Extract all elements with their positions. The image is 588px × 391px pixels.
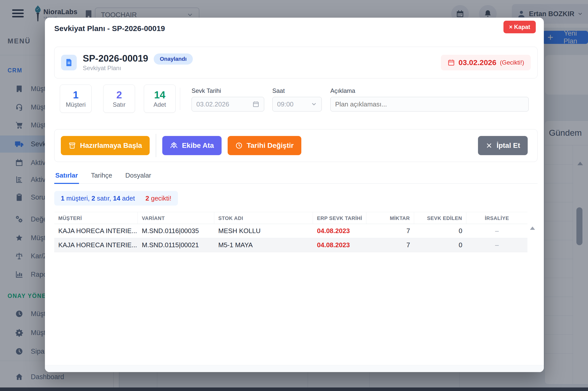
ekibe-ata-button[interactable]: Ekibe Ata bbox=[162, 136, 222, 155]
archive-box-icon bbox=[68, 142, 76, 149]
col-musteri: MÜŞTERİ bbox=[54, 212, 138, 224]
summary-chip: 1 müşteri, 2 satır, 14 adet 2 gecikti! bbox=[54, 191, 178, 206]
col-stok-adi: STOK ADI bbox=[214, 212, 313, 224]
modal-footer bbox=[45, 365, 544, 372]
app-screen: NioraLabs YAZILIM TOOCHAIR bbox=[0, 0, 588, 391]
close-button[interactable]: × Kapat bbox=[503, 21, 536, 33]
due-date: 03.02.2026 bbox=[459, 58, 496, 67]
divider bbox=[180, 88, 180, 110]
tab-bar: Satırlar Tarihçe Dosyalar bbox=[54, 169, 538, 184]
col-sevk-edilen: SEVK EDİLEN bbox=[414, 212, 466, 224]
sevk-tarihi-input[interactable] bbox=[192, 97, 264, 111]
chevron-down-icon bbox=[311, 101, 317, 107]
table-row[interactable]: KAJA HORECA INTERIE... M.SND.0115|00021 … bbox=[54, 238, 527, 252]
due-note: (Gecikti!) bbox=[500, 59, 524, 66]
calendar-icon bbox=[447, 59, 455, 66]
calendar-icon bbox=[252, 101, 259, 108]
sevk-tarihi-label: Sevk Tarihi bbox=[192, 87, 221, 94]
modal-title: Sevkiyat Planı - SP-2026-00019 bbox=[54, 24, 165, 33]
sevkiyat-plan-modal: Sevkiyat Planı - SP-2026-00019 × Kapat S… bbox=[45, 18, 544, 372]
aciklama-label: Açıklama bbox=[330, 87, 355, 94]
actions-toolbar: Hazırlamaya Başla Ekibe Ata Tarihi Değiş… bbox=[54, 129, 538, 162]
saat-select[interactable]: 09:00 bbox=[272, 97, 322, 111]
saat-label: Saat bbox=[272, 87, 285, 94]
saat-value: 09:00 bbox=[277, 100, 311, 108]
table-scrollbar-up-arrow[interactable] bbox=[530, 227, 535, 230]
sevk-tarihi-value[interactable] bbox=[196, 100, 252, 108]
hazirlamaya-basla-button[interactable]: Hazırlamaya Başla bbox=[61, 136, 150, 155]
table-row[interactable]: KAJA HORECA INTERIE... M.SND.0116|00035 … bbox=[54, 224, 527, 238]
aciklama-field[interactable] bbox=[335, 100, 524, 108]
tab-dosyalar[interactable]: Dosyalar bbox=[124, 169, 152, 183]
tab-tarihce[interactable]: Tarihçe bbox=[90, 169, 113, 183]
clock-icon bbox=[235, 142, 243, 149]
lines-table: MÜŞTERİ VARİANT STOK ADI ERP SEVK TARİHİ… bbox=[54, 212, 527, 252]
plan-code: SP-2026-00019 bbox=[83, 53, 148, 64]
col-erp-sevk-tarihi: ERP SEVK TARİHİ bbox=[313, 212, 366, 224]
iptal-et-button[interactable]: İptal Et bbox=[478, 136, 528, 155]
plan-info-card: SP-2026-00019 Sevkiyat Planı Onaylandı 0… bbox=[54, 47, 538, 78]
document-icon bbox=[61, 55, 77, 70]
stat-satir: 2 Satır bbox=[103, 85, 135, 113]
stat-adet: 14 Adet bbox=[144, 85, 176, 113]
tab-satirlar[interactable]: Satırlar bbox=[54, 169, 79, 184]
status-badge: Onaylandı bbox=[154, 53, 193, 65]
table-header-row: MÜŞTERİ VARİANT STOK ADI ERP SEVK TARİHİ… bbox=[54, 212, 527, 224]
tarihi-degistir-button[interactable]: Tarihi Değiştir bbox=[228, 136, 301, 155]
col-irsaliye: İRSALİYE bbox=[466, 212, 527, 224]
aciklama-input[interactable] bbox=[330, 97, 529, 111]
x-icon bbox=[486, 142, 493, 149]
col-miktar: MİKTAR bbox=[366, 212, 414, 224]
plan-type: Sevkiyat Planı bbox=[83, 65, 148, 72]
col-variant: VARİANT bbox=[138, 212, 214, 224]
due-date-chip: 03.02.2026 (Gecikti!) bbox=[441, 55, 531, 70]
stat-musteri: 1 Müşteri bbox=[60, 85, 92, 113]
users-icon bbox=[170, 142, 178, 150]
divider bbox=[156, 134, 156, 157]
